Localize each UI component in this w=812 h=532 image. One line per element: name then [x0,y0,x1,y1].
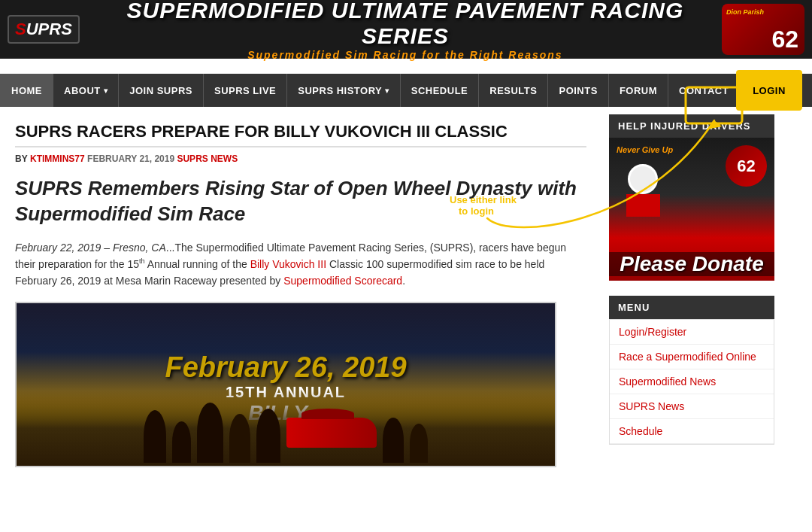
site-subtitle: Supermodified Sim Racing for the Right R… [89,49,722,61]
article-title: SUPRS RACERS PREPARE FOR BILLY VUKOVICH … [15,122,586,147]
body-date: February 22, 2019 [15,242,101,254]
history-arrow: ▾ [385,87,389,95]
header-title-block: Supermodified Ultimate Pavement Racing S… [89,0,722,61]
header-banner: SUPRS Supermodified Ultimate Pavement Ra… [0,0,812,59]
image-crowd [17,391,555,466]
badge-num: 62 [771,26,798,53]
nav-points[interactable]: POINTS [548,74,608,107]
suit [626,194,660,217]
menu-link-schedule[interactable]: Schedule [610,419,774,444]
badge-name: Dion Parish [726,8,764,16]
menu-link-login[interactable]: Login/Register [610,320,774,345]
racecar-silhouette [286,418,377,448]
help-widget-title: HELP INJURED DRIVERS [609,114,774,138]
helmet [628,164,658,194]
menu-link-suprs-news[interactable]: SUPRS News [610,394,774,419]
article-body: February 22, 2019 – Fresno, CA...The Sup… [15,239,586,290]
nav-schedule[interactable]: SCHEDULE [401,74,480,107]
content-area: SUPRS RACERS PREPARE FOR BILLY VUKOVICH … [0,114,601,475]
meta-category[interactable]: SUPRS NEWS [177,154,238,164]
nav-suprs-live[interactable]: SUPRS LIVE [204,74,287,107]
spacer [0,59,812,74]
meta-by: BY [15,154,28,164]
nav-forum[interactable]: FORUM [609,74,668,107]
donate-badge: 62 [726,145,767,187]
nav-results[interactable]: RESULTS [479,74,548,107]
menu-link-supermodified-news[interactable]: Supermodified News [610,369,774,394]
body-sup: th [139,257,145,265]
site-title: Supermodified Ultimate Pavement Racing S… [89,0,722,49]
nav-contact[interactable]: CONTACT [668,74,740,107]
racecar-cockpit [301,409,354,419]
body-location: Fresno, CA [113,242,166,254]
article-image: February 26, 2019 15TH ANNUAL BILLY... [15,302,556,467]
logo-right: Dion Parish 62 [722,4,804,55]
help-widget: HELP INJURED DRIVERS Never Give Up 62 Pl… [609,114,774,281]
nav-about[interactable]: ABOUT ▾ [53,74,119,107]
sidebar: HELP INJURED DRIVERS Never Give Up 62 Pl… [601,114,782,475]
body-link2[interactable]: Supermodified Scorecard [283,275,402,287]
person-6 [383,418,404,463]
nav-join-suprs[interactable]: JOIN SUPRS [119,74,204,107]
nav-suprs-history[interactable]: SUPRS HISTORY ▾ [287,74,400,107]
donate-text[interactable]: Please Donate [609,252,774,276]
person-1 [144,410,166,463]
person-4 [229,414,250,463]
article-subtitle: SUPRS Remembers Rising Star of Open Whee… [15,176,586,227]
donate-image: Never Give Up 62 Please Donate [609,138,774,281]
nav-home[interactable]: HOME [0,74,53,107]
logo-left: SUPRS [8,15,80,44]
never-give-up-text: Never Give Up [617,145,673,154]
body-text4: . [402,275,405,287]
person-7 [410,424,428,463]
page-wrapper: SUPRS Supermodified Ultimate Pavement Ra… [0,0,812,482]
menu-widget-title: MENU [609,296,774,319]
body-text2: Annual running of the [145,258,250,270]
about-arrow: ▾ [104,87,108,95]
nav-login[interactable]: LOGIN [740,74,798,107]
driver-illustration [620,164,665,217]
image-date: February 26, 2019 [17,344,555,384]
person-5 [256,409,280,463]
meta-author[interactable]: KTIMMINS77 [30,154,85,164]
menu-link-race[interactable]: Race a Supermodified Online [610,345,774,369]
main-nav: HOME ABOUT ▾ JOIN SUPRS SUPRS LIVE SUPRS… [0,74,812,107]
main-layout: SUPRS RACERS PREPARE FOR BILLY VUKOVICH … [0,107,812,482]
menu-widget: MENU Login/Register Race a Supermodified… [609,296,774,445]
meta-date: FEBRUARY 21, 2019 [87,154,174,164]
menu-links: Login/Register Race a Supermodified Onli… [609,319,774,445]
article-meta: BY KTIMMINS77 FEBRUARY 21, 2019 SUPRS NE… [15,154,586,164]
person-3 [197,403,223,463]
body-link1[interactable]: Billy Vukovich III [250,258,326,270]
person-2 [172,421,191,463]
